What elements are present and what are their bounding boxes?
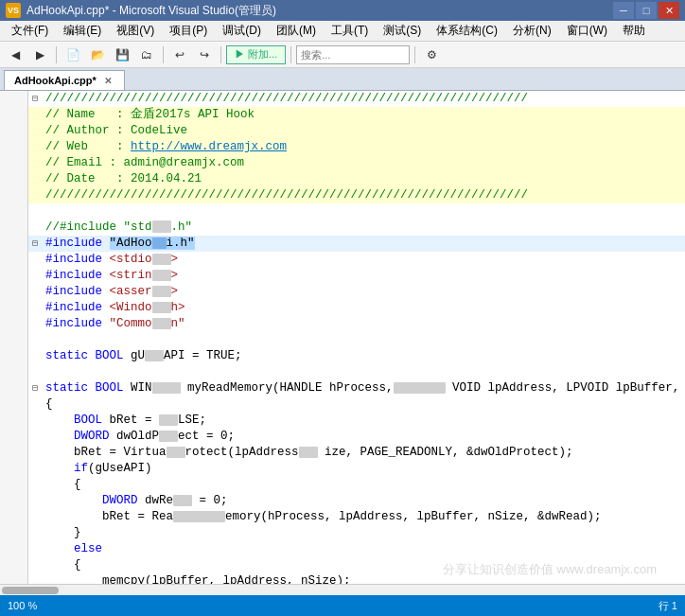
code-line-if-guseapi: if(gUseAPI) — [0, 461, 685, 477]
maximize-button[interactable]: □ — [636, 2, 657, 19]
minimize-button[interactable]: ─ — [613, 2, 634, 19]
code-line-include-stdio: #include <stdio> — [0, 252, 685, 268]
status-right: 行 1 — [659, 599, 677, 613]
tab-bar: AdHookApi.cpp* ✕ — [0, 68, 685, 91]
menu-project[interactable]: 项目(P) — [162, 21, 215, 41]
horizontal-scrollbar[interactable] — [0, 584, 685, 595]
code-editor[interactable]: ⊟ //////////////////////////////////////… — [0, 91, 685, 600]
code-line-readprocessmemory: bRet = Reaemory(hProcess, lpAddress, lpB… — [0, 509, 685, 525]
title-bar: VS AdHookApi.cpp* - Microsoft Visual Stu… — [0, 0, 685, 21]
play-button[interactable]: ▶ 附加... — [226, 45, 286, 64]
menu-test[interactable]: 测试(S) — [376, 21, 429, 41]
code-line-1: ⊟ //////////////////////////////////////… — [0, 91, 685, 107]
redo-button[interactable]: ↪ — [193, 44, 216, 65]
forward-button[interactable]: ▶ — [28, 44, 51, 65]
code-line-include-commented: //#include "std.h" — [0, 220, 685, 236]
separator-1 — [56, 46, 57, 63]
menu-team[interactable]: 团队(M) — [269, 21, 324, 41]
scroll-thumb-h[interactable] — [2, 587, 59, 594]
window-controls: ─ □ ✕ — [613, 2, 679, 19]
menu-tools[interactable]: 工具(T) — [324, 21, 376, 41]
code-line-blank3 — [0, 364, 685, 380]
code-line-blank2 — [0, 332, 685, 348]
cursor-position: 行 1 — [659, 599, 677, 613]
code-line-else: else — [0, 541, 685, 557]
code-line-bool-bret: BOOL bRet = LSE; — [0, 413, 685, 429]
code-line-include-adhook: ⊟ #include "AdHooi.h" — [0, 236, 685, 252]
save-button[interactable]: 💾 — [111, 44, 133, 65]
code-line-dword-dwre: DWORD dwRe = 0; — [0, 493, 685, 509]
separator-3 — [220, 46, 221, 63]
zoom-level: 100 % — [8, 600, 37, 611]
menu-view[interactable]: 视图(V) — [109, 21, 162, 41]
menu-architecture[interactable]: 体系结构(C) — [429, 21, 505, 41]
open-button[interactable]: 📂 — [86, 44, 109, 65]
window-title: AdHookApi.cpp* - Microsoft Visual Studio… — [26, 3, 613, 19]
menu-analyze[interactable]: 分析(N) — [505, 21, 559, 41]
code-line-static-bool: static BOOL gUAPI = TRUE; — [0, 348, 685, 364]
menu-help[interactable]: 帮助 — [615, 21, 653, 41]
status-bar: 100 % 行 1 — [0, 595, 685, 616]
editor-area[interactable]: ⊟ //////////////////////////////////////… — [0, 91, 685, 600]
code-line-func-decl: ⊟ static BOOL WIN myReadMemory(HANDLE hP… — [0, 380, 685, 396]
code-line-include-windows: #include <Windoh> — [0, 300, 685, 316]
code-line-dword-dwoldp: DWORD dwOldPect = 0; — [0, 429, 685, 445]
code-line-slashes-end: ////////////////////////////////////////… — [0, 187, 685, 203]
menu-edit[interactable]: 编辑(E) — [56, 21, 109, 41]
tab-adhookapi[interactable]: AdHookApi.cpp* ✕ — [4, 70, 125, 90]
code-line-brace-if-open: { — [0, 477, 685, 493]
code-line-include-assert: #include <asser> — [0, 284, 685, 300]
code-line-author: // Author : CodeLive — [0, 123, 685, 139]
code-line-email: // Email : admin@dreamjx.com — [0, 155, 685, 171]
tab-close-button[interactable]: ✕ — [101, 74, 114, 87]
undo-button[interactable]: ↩ — [168, 44, 191, 65]
menu-bar: 文件(F) 编辑(E) 视图(V) 项目(P) 调试(D) 团队(M) 工具(T… — [0, 21, 685, 42]
code-line-brace-else-open: { — [0, 557, 685, 573]
new-file-button[interactable]: 📄 — [61, 44, 84, 65]
menu-file[interactable]: 文件(F) — [4, 21, 56, 41]
code-line-virtualprotect: bRet = Virtuarotect(lpAddress ize, PAGE_… — [0, 445, 685, 461]
app-icon: VS — [6, 3, 21, 18]
code-line-web: // Web : http://www.dreamjx.com — [0, 139, 685, 155]
properties-button[interactable]: ⚙ — [420, 44, 443, 65]
back-button[interactable]: ◀ — [4, 44, 26, 65]
code-line-include-common: #include "Common" — [0, 316, 685, 332]
search-input[interactable] — [296, 45, 410, 64]
menu-window[interactable]: 窗口(W) — [559, 21, 615, 41]
separator-2 — [163, 46, 164, 63]
code-line-brace-open: { — [0, 396, 685, 413]
menu-debug[interactable]: 调试(D) — [215, 21, 269, 41]
code-line-name: // Name : 金盾2017s API Hook — [0, 107, 685, 123]
status-left: 100 % — [8, 600, 659, 611]
close-button[interactable]: ✕ — [659, 2, 679, 19]
separator-5 — [414, 46, 415, 63]
tab-label: AdHookApi.cpp* — [14, 75, 97, 86]
code-line-blank1 — [0, 203, 685, 220]
toolbar: ◀ ▶ 📄 📂 💾 🗂 ↩ ↪ ▶ 附加... ⚙ — [0, 42, 685, 68]
save-all-button[interactable]: 🗂 — [135, 44, 158, 65]
code-line-brace-if-close: } — [0, 525, 685, 541]
code-line-date: // Date : 2014.04.21 — [0, 171, 685, 187]
code-line-include-string: #include <strin> — [0, 268, 685, 284]
separator-4 — [290, 46, 291, 63]
